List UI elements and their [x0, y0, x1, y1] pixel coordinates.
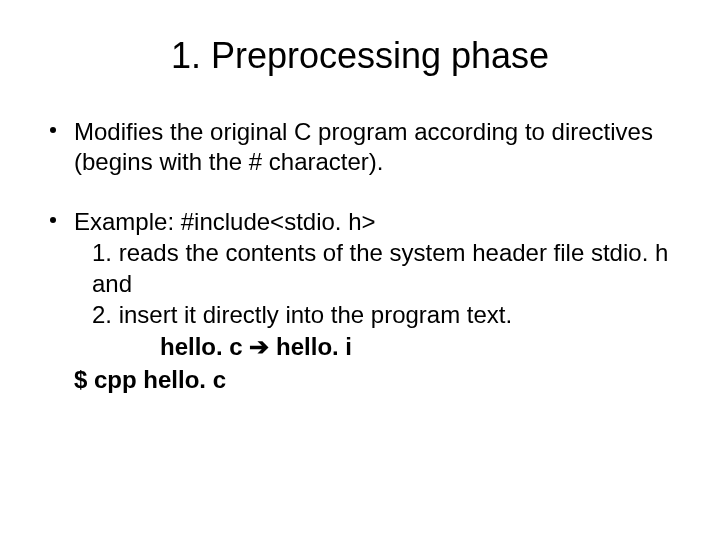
arrow-right-icon: ➔ — [249, 331, 269, 362]
bullet-item-1: Modifies the original C program accordin… — [40, 117, 680, 177]
command-line: $ cpp hello. c — [74, 364, 680, 395]
bullet-dot-icon — [50, 217, 56, 223]
bullet-item-2: Example: #include<stdio. h> — [40, 207, 680, 237]
bullet-dot-icon — [50, 127, 56, 133]
sub-step-1: 1. reads the contents of the system head… — [40, 237, 680, 299]
bullet-text-2: Example: #include<stdio. h> — [74, 207, 680, 237]
file-from: hello. c — [160, 333, 243, 360]
bullet-text-1: Modifies the original C program accordin… — [74, 117, 680, 177]
file-to: hello. i — [276, 333, 352, 360]
slide-title: 1. Preprocessing phase — [40, 35, 680, 77]
file-flow: hello. c ➔ hello. i — [40, 331, 680, 362]
sub-step-2: 2. insert it directly into the program t… — [40, 299, 680, 330]
